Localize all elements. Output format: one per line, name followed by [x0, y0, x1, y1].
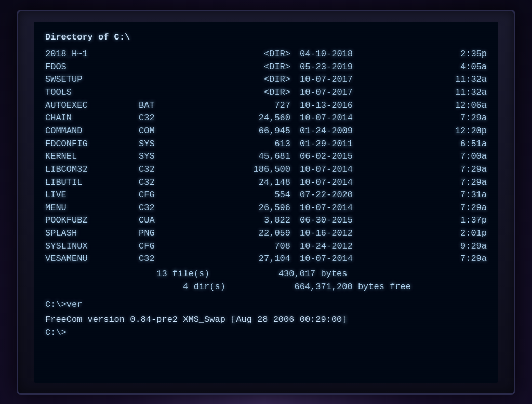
- file-ext: CFG: [139, 240, 185, 253]
- file-ext: COM: [139, 125, 185, 138]
- table-row: SYSLINUXCFG70810-24-20129:29a: [45, 240, 487, 253]
- dirs-bytes: 664,371,200 bytes free: [295, 282, 411, 292]
- file-listing-table: 2018_H~1<DIR>04-10-20182:35pFDOS<DIR>05-…: [45, 48, 487, 266]
- table-row: AUTOEXECBAT72710-13-201612:06a: [45, 99, 487, 112]
- file-ext: SYS: [139, 150, 185, 163]
- file-date: 10-07-2014: [300, 112, 414, 125]
- file-time: 7:31a: [414, 189, 487, 202]
- file-size: 24,560: [185, 112, 300, 125]
- table-row: SWSETUP<DIR>10-07-201711:32a: [45, 73, 487, 86]
- file-size: 613: [185, 138, 300, 151]
- file-name: POOKFUBZ: [45, 214, 139, 227]
- final-prompt: C:\>: [45, 327, 487, 340]
- file-date: 10-07-2017: [300, 86, 414, 99]
- table-row: MENUC3226,59610-07-20147:29a: [45, 202, 487, 215]
- dirs-count: 4 dir(s): [183, 282, 225, 292]
- file-time: 2:35p: [414, 48, 487, 61]
- file-ext: C32: [139, 112, 185, 125]
- file-ext: PNG: [139, 227, 185, 240]
- file-ext: C32: [139, 253, 185, 266]
- file-name: LIBUTIL: [45, 176, 139, 189]
- table-row: 2018_H~1<DIR>04-10-20182:35p: [45, 48, 487, 61]
- table-row: CHAINC3224,56010-07-20147:29a: [45, 112, 487, 125]
- file-date: 10-07-2014: [300, 253, 414, 266]
- table-row: LIBUTILC3224,14810-07-20147:29a: [45, 176, 487, 189]
- table-row: TOOLS<DIR>10-07-201711:32a: [45, 86, 487, 99]
- file-size: 24,148: [185, 176, 300, 189]
- file-ext: [139, 48, 185, 61]
- file-ext: SYS: [139, 138, 185, 151]
- file-date: 07-22-2020: [300, 189, 414, 202]
- table-row: VESAMENUC3227,10410-07-20147:29a: [45, 253, 487, 266]
- file-size: 26,596: [185, 202, 300, 215]
- file-name: 2018_H~1: [45, 48, 139, 61]
- file-size: 554: [185, 189, 300, 202]
- file-size: 22,059: [185, 227, 300, 240]
- terminal-screen: Directory of C:\ 2018_H~1<DIR>04-10-2018…: [34, 22, 498, 383]
- file-name: COMMAND: [45, 125, 139, 138]
- files-summary-row: 13 file(s) 430,017 bytes: [45, 268, 487, 281]
- file-size: 708: [185, 240, 300, 253]
- file-ext: [139, 61, 185, 74]
- file-time: 11:32a: [414, 73, 487, 86]
- file-time: 7:29a: [414, 163, 487, 176]
- file-date: 10-07-2014: [300, 176, 414, 189]
- file-time: 12:06a: [414, 99, 487, 112]
- file-size: <DIR>: [185, 86, 300, 99]
- file-ext: CUA: [139, 214, 185, 227]
- file-time: 7:29a: [414, 176, 487, 189]
- file-date: 10-24-2012: [300, 240, 414, 253]
- table-row: LIVECFG55407-22-20207:31a: [45, 189, 487, 202]
- file-time: 7:29a: [414, 112, 487, 125]
- file-name: LIBCOM32: [45, 163, 139, 176]
- file-ext: BAT: [139, 99, 185, 112]
- file-ext: [139, 86, 185, 99]
- file-date: 10-07-2017: [300, 73, 414, 86]
- table-row: KERNELSYS45,68106-02-20157:00a: [45, 150, 487, 163]
- file-name: SPLASH: [45, 227, 139, 240]
- file-date: 10-07-2014: [300, 163, 414, 176]
- file-name: SWSETUP: [45, 73, 139, 86]
- file-name: FDOS: [45, 61, 139, 74]
- dirs-summary-row: 4 dir(s) 664,371,200 bytes free: [45, 281, 487, 294]
- prompt-section: C:\>ver FreeCom version 0.84-pre2 XMS_Sw…: [45, 298, 487, 339]
- file-name: KERNEL: [45, 150, 139, 163]
- file-size: <DIR>: [185, 61, 300, 74]
- ver-command: C:\>ver: [45, 298, 487, 311]
- file-ext: C32: [139, 176, 185, 189]
- file-size: 27,104: [185, 253, 300, 266]
- file-size: <DIR>: [185, 48, 300, 61]
- file-size: 66,945: [185, 125, 300, 138]
- file-size: 186,500: [185, 163, 300, 176]
- file-name: CHAIN: [45, 112, 139, 125]
- file-date: 01-24-2009: [300, 125, 414, 138]
- file-name: LIVE: [45, 189, 139, 202]
- file-size: 3,822: [185, 214, 300, 227]
- file-date: 04-10-2018: [300, 48, 414, 61]
- file-name: FDCONFIG: [45, 138, 139, 151]
- file-size: 45,681: [185, 150, 300, 163]
- directory-header: Directory of C:\: [45, 31, 487, 44]
- table-row: COMMANDCOM66,94501-24-200912:20p: [45, 125, 487, 138]
- file-time: 12:20p: [414, 125, 487, 138]
- file-date: 06-02-2015: [300, 150, 414, 163]
- table-row: POOKFUBZCUA3,82206-30-20151:37p: [45, 214, 487, 227]
- version-output: FreeCom version 0.84-pre2 XMS_Swap [Aug …: [45, 314, 487, 327]
- file-time: 4:05a: [414, 61, 487, 74]
- table-row: LIBCOM32C32186,50010-07-20147:29a: [45, 163, 487, 176]
- file-size: <DIR>: [185, 73, 300, 86]
- file-time: 9:29a: [414, 240, 487, 253]
- files-count: 13 file(s): [156, 269, 209, 279]
- file-time: 2:01p: [414, 227, 487, 240]
- file-name: VESAMENU: [45, 253, 139, 266]
- summary-section: 13 file(s) 430,017 bytes 4 dir(s) 664,37…: [45, 268, 487, 293]
- file-ext: [139, 73, 185, 86]
- file-date: 10-13-2016: [300, 99, 414, 112]
- file-size: 727: [185, 99, 300, 112]
- file-name: TOOLS: [45, 86, 139, 99]
- files-bytes: 430,017 bytes: [278, 269, 348, 279]
- file-name: MENU: [45, 202, 139, 215]
- table-row: FDOS<DIR>05-23-20194:05a: [45, 61, 487, 74]
- file-date: 06-30-2015: [300, 214, 414, 227]
- file-ext: C32: [139, 163, 185, 176]
